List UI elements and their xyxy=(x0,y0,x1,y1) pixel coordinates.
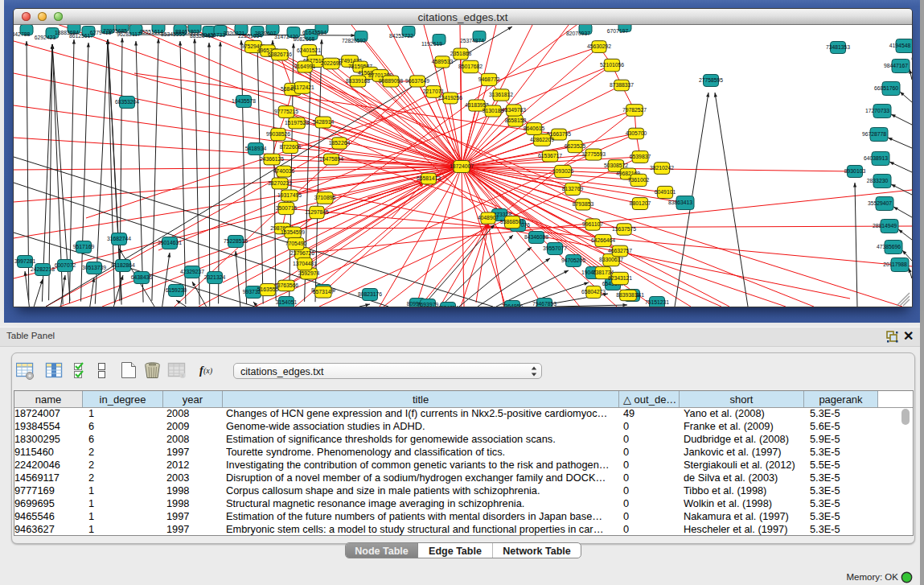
svg-text:5418934: 5418934 xyxy=(245,146,267,151)
svg-text:42862209: 42862209 xyxy=(530,137,554,142)
svg-text:99889098: 99889098 xyxy=(379,78,403,84)
svg-text:1093026: 1093026 xyxy=(552,168,574,174)
svg-text:79782527: 79782527 xyxy=(622,107,647,113)
svg-text:99038526: 99038526 xyxy=(266,131,290,137)
svg-text:45630292: 45630292 xyxy=(587,43,611,49)
svg-text:66581473: 66581473 xyxy=(417,175,441,181)
svg-text:2321324: 2321324 xyxy=(204,274,226,280)
svg-text:94705205: 94705205 xyxy=(561,257,585,263)
svg-text:68353204: 68353204 xyxy=(115,99,139,105)
svg-text:80823176: 80823176 xyxy=(358,291,382,297)
svg-text:25014631: 25014631 xyxy=(158,240,182,245)
svg-text:4842788: 4842788 xyxy=(14,31,30,37)
svg-text:35529407: 35529407 xyxy=(868,200,892,206)
svg-text:48349783: 48349783 xyxy=(502,107,526,113)
svg-text:6623525: 6623525 xyxy=(565,143,586,149)
svg-text:25374874: 25374874 xyxy=(460,38,484,43)
svg-text:84346088: 84346088 xyxy=(524,234,548,240)
svg-text:8722606: 8722606 xyxy=(280,144,302,150)
svg-text:3500715: 3500715 xyxy=(276,205,298,211)
svg-text:87388337: 87388337 xyxy=(610,82,634,88)
svg-text:64038913: 64038913 xyxy=(864,155,888,161)
svg-text:8801207: 8801207 xyxy=(630,200,651,206)
svg-text:6159230: 6159230 xyxy=(166,287,187,293)
svg-text:53868501: 53868501 xyxy=(500,219,524,225)
svg-text:4589533: 4589533 xyxy=(432,59,454,64)
svg-text:2351868: 2351868 xyxy=(450,51,472,56)
svg-text:7361002: 7361002 xyxy=(628,177,650,183)
svg-text:83300637: 83300637 xyxy=(599,257,623,262)
svg-text:96637649: 96637649 xyxy=(405,78,429,84)
svg-text:7693979: 7693979 xyxy=(417,302,439,307)
svg-text:2839607: 2839607 xyxy=(255,31,277,36)
svg-text:39557077: 39557077 xyxy=(543,245,567,251)
svg-text:62401521: 62401521 xyxy=(297,47,321,53)
svg-text:96282117: 96282117 xyxy=(117,31,141,37)
svg-text:4048907: 4048907 xyxy=(478,215,499,220)
svg-text:20117988: 20117988 xyxy=(883,262,907,267)
svg-text:83863413: 83863413 xyxy=(668,200,692,205)
svg-text:61536717: 61536717 xyxy=(538,153,562,159)
svg-text:19317495: 19317495 xyxy=(277,192,302,198)
svg-text:24282218: 24282218 xyxy=(31,266,55,272)
svg-text:31361812: 31361812 xyxy=(489,92,513,97)
svg-text:18724007: 18724007 xyxy=(450,163,474,169)
svg-text:x: x xyxy=(181,373,184,378)
svg-text:27758595: 27758595 xyxy=(699,77,723,83)
svg-text:3592974: 3592974 xyxy=(298,270,320,276)
svg-text:9468772: 9468772 xyxy=(478,76,500,82)
svg-text:66851760: 66851760 xyxy=(874,85,898,91)
svg-text:82070937: 82070937 xyxy=(566,31,590,36)
svg-text:62343121: 62343121 xyxy=(608,275,632,281)
svg-text:79467853: 79467853 xyxy=(532,301,556,307)
svg-text:85017682: 85017682 xyxy=(458,64,483,69)
svg-text:(x): (x) xyxy=(203,366,213,376)
svg-text:24366125: 24366125 xyxy=(260,156,284,162)
svg-text:6573147: 6573147 xyxy=(313,289,335,295)
svg-text:30513739: 30513739 xyxy=(82,265,106,270)
svg-text:15354599: 15354599 xyxy=(281,229,305,235)
svg-text:88393811: 88393811 xyxy=(616,292,640,298)
svg-text:9961107: 9961107 xyxy=(582,221,603,227)
svg-text:4194548: 4194548 xyxy=(889,43,911,48)
svg-text:98447167: 98447167 xyxy=(884,63,908,68)
svg-text:46632757: 46632757 xyxy=(608,248,632,253)
svg-text:28814949: 28814949 xyxy=(873,223,897,229)
svg-text:96728778: 96728778 xyxy=(862,131,886,137)
svg-text:3710895: 3710895 xyxy=(314,195,336,200)
svg-text:8658158: 8658158 xyxy=(505,117,527,123)
svg-text:39436733: 39436733 xyxy=(201,32,225,38)
svg-text:64266464: 64266464 xyxy=(591,237,615,243)
svg-text:6007072: 6007072 xyxy=(55,262,76,268)
svg-text:84252722: 84252722 xyxy=(389,33,413,39)
svg-text:52101056: 52101056 xyxy=(600,62,624,68)
svg-text:63826716: 63826716 xyxy=(268,51,292,57)
svg-text:23419256: 23419256 xyxy=(438,95,462,101)
svg-text:8132769: 8132769 xyxy=(562,186,584,192)
svg-text:50308572: 50308572 xyxy=(604,163,628,168)
svg-text:97775215: 97775215 xyxy=(274,109,298,114)
svg-text:3154051: 3154051 xyxy=(276,299,298,305)
svg-text:75228535: 75228535 xyxy=(224,238,248,244)
svg-text:6707197: 6707197 xyxy=(607,28,629,34)
svg-text:65804273: 65804273 xyxy=(581,289,606,295)
svg-text:8082668: 8082668 xyxy=(294,36,315,42)
svg-text:7381734: 7381734 xyxy=(593,270,614,275)
svg-text:8793853: 8793853 xyxy=(573,201,594,207)
svg-text:6292423: 6292423 xyxy=(35,35,56,40)
svg-text:8930103: 8930103 xyxy=(844,168,866,174)
svg-text:31172421: 31172421 xyxy=(290,84,314,90)
svg-text:72820592: 72820592 xyxy=(342,38,366,43)
svg-text:38210242: 38210242 xyxy=(650,165,674,171)
svg-text:81182864: 81182864 xyxy=(111,262,135,268)
svg-text:75151231: 75151231 xyxy=(645,299,669,305)
svg-text:61642594: 61642594 xyxy=(302,30,326,35)
svg-text:73481353: 73481353 xyxy=(826,44,850,50)
svg-text:2833230: 2833230 xyxy=(867,178,889,183)
svg-text:8640615: 8640615 xyxy=(524,126,545,131)
svg-text:10435578: 10435578 xyxy=(232,98,256,104)
svg-text:31682744: 31682744 xyxy=(107,236,131,241)
svg-text:7705490: 7705490 xyxy=(285,241,307,246)
svg-text:9517169: 9517169 xyxy=(73,244,95,249)
svg-text:17270733: 17270733 xyxy=(865,108,889,113)
